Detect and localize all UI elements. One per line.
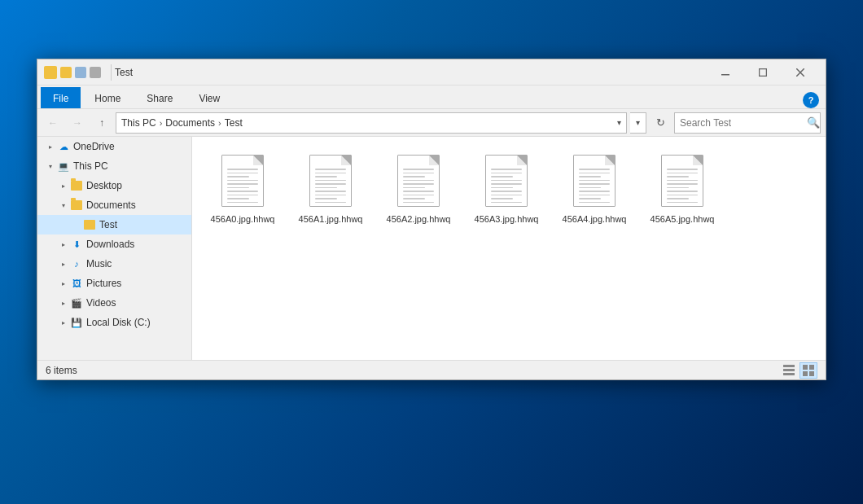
file-name-4: 456A4.jpg.hhwq (563, 213, 627, 225)
tab-share[interactable]: Share (134, 87, 185, 108)
file-item[interactable]: 456A5.jpg.hhwq (642, 147, 723, 230)
doc-lines-0 (227, 169, 258, 205)
svg-rect-10 (809, 371, 814, 376)
downloads-label: Downloads (86, 239, 134, 250)
music-expand-arrow (57, 257, 70, 270)
doc-line (315, 202, 346, 204)
title-arrow-icon (75, 67, 86, 78)
music-icon: ♪ (70, 257, 83, 270)
refresh-button[interactable]: ↻ (650, 112, 671, 134)
forward-button[interactable]: → (67, 112, 88, 134)
sidebar-item-videos[interactable]: 🎬 Videos (37, 293, 191, 313)
file-item[interactable]: 456A4.jpg.hhwq (554, 147, 635, 230)
doc-line (491, 187, 513, 189)
doc-line (579, 187, 601, 189)
file-name-3: 456A3.jpg.hhwq (475, 213, 539, 225)
local-disk-expand-arrow (57, 316, 70, 329)
doc-line (491, 191, 522, 192)
svg-rect-1 (760, 68, 767, 76)
sidebar-item-onedrive[interactable]: ☁ OneDrive (37, 137, 191, 156)
doc-line (315, 183, 346, 185)
file-icon-0 (217, 151, 269, 210)
sidebar-scroll-area[interactable]: ☁ OneDrive 💻 This PC (37, 137, 191, 360)
close-button[interactable] (782, 59, 819, 85)
pictures-icon: 🖼 (70, 277, 83, 290)
status-bar: 6 items (37, 360, 826, 379)
item-count: 6 items (46, 365, 780, 376)
address-dropdown-button[interactable]: ▾ (630, 112, 646, 134)
doc-line (579, 202, 610, 204)
title-small-icon (60, 67, 72, 78)
tab-view[interactable]: View (186, 87, 232, 108)
this-pc-label: This PC (73, 160, 108, 172)
doc-line (227, 187, 249, 189)
sidebar-item-music[interactable]: ♪ Music (37, 254, 191, 274)
sidebar-item-downloads[interactable]: ⬇ Downloads (37, 234, 191, 254)
doc-line (403, 183, 434, 185)
tab-home[interactable]: Home (82, 87, 133, 108)
doc-icon-3 (485, 155, 528, 207)
local-disk-icon: 💾 (70, 316, 83, 329)
doc-line (227, 169, 258, 170)
path-separator-2: › (218, 118, 221, 128)
search-icon[interactable]: 🔍 (807, 112, 820, 134)
doc-line (403, 202, 434, 204)
window-controls (707, 59, 819, 85)
ribbon-right: ? (803, 92, 822, 108)
doc-line (315, 198, 337, 199)
doc-line (227, 198, 249, 199)
doc-lines-4 (579, 169, 610, 205)
tab-file[interactable]: File (41, 87, 81, 108)
sidebar-item-test[interactable]: Test (37, 215, 191, 234)
desktop-label: Desktop (86, 180, 122, 191)
minimize-icon (721, 68, 729, 77)
help-button[interactable]: ? (803, 92, 819, 108)
maximize-button[interactable] (744, 59, 782, 85)
desktop-expand-arrow (57, 179, 70, 192)
doc-line (491, 169, 522, 170)
file-item[interactable]: 456A0.jpg.hhwq (202, 147, 283, 230)
local-disk-label: Local Disk (C:) (86, 317, 151, 328)
svg-rect-7 (803, 365, 808, 370)
details-view-button[interactable] (780, 362, 798, 379)
doc-line (491, 173, 522, 174)
svg-rect-5 (783, 369, 795, 371)
music-label: Music (86, 258, 112, 270)
up-button[interactable]: ↑ (91, 112, 112, 134)
title-bar-icons (44, 66, 101, 79)
sidebar-item-this-pc[interactable]: 💻 This PC (37, 156, 191, 176)
search-box[interactable]: 🔍 (674, 112, 821, 134)
doc-line (491, 180, 522, 182)
documents-expand-arrow (57, 199, 70, 212)
doc-line (579, 176, 601, 177)
file-item[interactable]: 456A2.jpg.hhwq (378, 147, 459, 230)
path-part-test: Test (225, 117, 243, 129)
doc-lines-2 (403, 169, 434, 205)
address-bar: ← → ↑ This PC › Documents › Test ▾ ▾ ↻ 🔍 (37, 109, 826, 137)
large-icons-view-button[interactable] (799, 362, 817, 379)
back-button[interactable]: ← (42, 112, 64, 134)
doc-line (579, 173, 610, 174)
downloads-expand-arrow (57, 238, 70, 251)
sidebar-item-desktop[interactable]: Desktop (37, 176, 191, 195)
doc-line (227, 191, 258, 192)
sidebar-item-pictures[interactable]: 🖼 Pictures (37, 274, 191, 293)
sidebar-item-local-disk[interactable]: 💾 Local Disk (C:) (37, 313, 191, 332)
title-separator (111, 64, 112, 81)
doc-line (667, 195, 698, 196)
doc-line (403, 198, 425, 199)
test-folder-icon (83, 218, 96, 231)
doc-icon-4 (573, 155, 615, 207)
test-label: Test (99, 219, 117, 230)
this-pc-icon: 💻 (57, 160, 70, 173)
file-item[interactable]: 456A1.jpg.hhwq (290, 147, 371, 230)
doc-lines-1 (315, 169, 346, 205)
search-input[interactable] (675, 117, 807, 129)
onedrive-expand-arrow (44, 140, 57, 153)
doc-line (579, 198, 601, 199)
address-path[interactable]: This PC › Documents › Test ▾ (116, 112, 627, 134)
minimize-button[interactable] (707, 59, 744, 85)
file-item[interactable]: 456A3.jpg.hhwq (466, 147, 547, 230)
sidebar-item-documents[interactable]: Documents (37, 195, 191, 215)
doc-line (667, 187, 689, 189)
